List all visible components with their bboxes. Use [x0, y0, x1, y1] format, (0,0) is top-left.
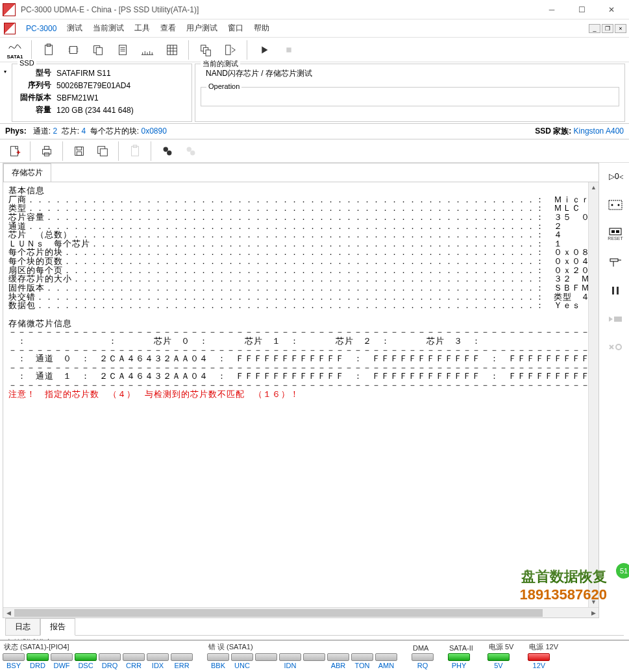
ssd-row-model: 型号SATAFIRM S11 [18, 67, 136, 79]
tab-log[interactable]: 日志 [5, 618, 40, 635]
play-button[interactable] [253, 39, 275, 61]
status-group-error: 错 误 (SATA1) BBKUNCIDNABRTONAMN [207, 642, 397, 669]
svg-rect-32 [43, 149, 51, 154]
output-text[interactable]: 基本信息 厂商．．．．．．．．．．．．．．．．．．．．．．．．．．．．．．．．．… [3, 182, 588, 607]
run-chip-button[interactable] [606, 309, 625, 329]
clipboard-button[interactable] [38, 39, 60, 61]
svg-text:▷0◁: ▷0◁ [609, 172, 623, 181]
status-group-sata1: 状态 (SATA1)-[PIO4] BSYDRDDWFDSCDRQCRRIDXE… [3, 642, 193, 669]
menu-current-test[interactable]: 当前测试 [88, 20, 129, 36]
close-button[interactable]: ✕ [597, 1, 626, 19]
svg-point-42 [164, 147, 168, 151]
svg-rect-48 [609, 200, 622, 210]
svg-point-62 [616, 344, 621, 350]
operation-group: Operation [201, 87, 619, 106]
collapse-icon[interactable]: ▾ [4, 64, 9, 122]
sata1-button[interactable]: SATA1 [4, 39, 26, 61]
ruler-button[interactable] [136, 39, 158, 61]
power-button[interactable]: ▷0◁ [606, 167, 625, 186]
scroll-up-arrow[interactable]: ▲ [589, 182, 598, 193]
operation-legend: Operation [206, 82, 241, 90]
menu-test[interactable]: 测试 [62, 20, 88, 36]
new-doc-button[interactable] [4, 141, 25, 162]
current-test-legend: 当前的测试 [201, 59, 240, 69]
menu-bar: PC-3000 测试 当前测试 工具 查看 用户测试 窗口 帮助 _ ❐ × [0, 19, 629, 38]
led-ERR: ERR [171, 653, 193, 669]
svg-rect-52 [611, 230, 615, 233]
led-12V: 12V [528, 653, 550, 669]
scroll-down-arrow[interactable]: ▼ [589, 597, 598, 607]
secondary-toolbar [0, 139, 629, 163]
led-BBK: BBK [207, 653, 229, 669]
save-as-button[interactable] [92, 141, 113, 162]
mdi-restore[interactable]: ❐ [602, 24, 613, 33]
main-toolbar: SATA1 [0, 38, 629, 62]
info-row: ▾ SSD 型号SATAFIRM S11 序列号50026B7E79E01AD4… [0, 62, 629, 123]
menu-view[interactable]: 查看 [155, 20, 181, 36]
mdi-close[interactable]: × [615, 24, 626, 33]
grid-button[interactable] [161, 39, 183, 61]
svg-rect-57 [612, 287, 614, 294]
led-DRD: DRD [27, 653, 49, 669]
svg-point-49 [611, 204, 613, 206]
ssd-legend: SSD [18, 59, 36, 67]
menu-window[interactable]: 窗口 [223, 20, 249, 36]
svg-rect-2 [70, 46, 77, 53]
svg-rect-21 [167, 45, 177, 54]
find-button[interactable] [157, 141, 178, 162]
save-button[interactable] [69, 141, 90, 162]
phys-label: Phys: [5, 126, 27, 136]
led-PHY: PHY [448, 653, 470, 669]
horizontal-scrollbar[interactable]: ◀ ▶ [3, 607, 598, 618]
svg-rect-31 [11, 146, 18, 156]
chip-icon[interactable] [606, 195, 625, 215]
svg-rect-54 [610, 259, 618, 261]
settings-button[interactable] [606, 338, 625, 357]
menu-help[interactable]: 帮助 [249, 20, 275, 36]
status-group-5v: 电源 5V 5V [487, 642, 514, 669]
find-next-button[interactable] [180, 141, 201, 162]
copy-button[interactable] [87, 39, 109, 61]
svg-point-43 [167, 150, 171, 155]
vertical-scrollbar[interactable]: ▲ ▼ [588, 182, 598, 607]
scroll-right-arrow[interactable]: ▶ [588, 608, 598, 618]
connector-button[interactable] [606, 252, 625, 272]
menu-tools[interactable]: 工具 [129, 20, 155, 36]
mdi-minimize[interactable]: _ [589, 24, 600, 33]
svg-point-45 [187, 147, 191, 151]
stack-button[interactable] [195, 39, 217, 61]
main-area: 存储芯片 基本信息 厂商．．．．．．．．．．．．．．．．．．．．．．．．．．．．… [0, 163, 629, 618]
chip-button[interactable] [62, 39, 84, 61]
maximize-button[interactable]: ☐ [567, 1, 597, 19]
minimize-button[interactable]: ─ [537, 1, 567, 19]
window-title: PC-3000 UDMA-E - China - [PS SSD Utility… [21, 5, 537, 14]
led-DRQ: DRQ [99, 653, 121, 669]
svg-rect-53 [616, 230, 619, 233]
pause-button[interactable] [606, 281, 625, 300]
ssd-row-serial: 序列号50026B7E79E01AD4 [18, 79, 136, 91]
menu-app-icon [4, 23, 16, 34]
svg-point-50 [618, 204, 620, 206]
window-controls: ─ ☐ ✕ [537, 1, 626, 19]
stop-button[interactable] [278, 39, 300, 61]
test-path: NAND闪存芯片 / 存储芯片测试 [201, 67, 619, 83]
exit-button[interactable] [219, 39, 241, 61]
led-DSC: DSC [75, 653, 97, 669]
svg-rect-10 [96, 47, 102, 54]
tab-storage-chip[interactable]: 存储芯片 [3, 163, 51, 182]
current-test-group: 当前的测试 NAND闪存芯片 / 存储芯片测试 Operation [195, 64, 625, 122]
svg-rect-33 [44, 146, 49, 149]
menu-user-test[interactable]: 用户测试 [181, 20, 223, 36]
paste-button[interactable] [125, 141, 145, 162]
title-bar: PC-3000 UDMA-E - China - [PS SSD Utility… [0, 0, 629, 19]
reset-button[interactable]: RESET [606, 224, 625, 243]
document-button[interactable] [112, 39, 134, 61]
tab-report[interactable]: 报告 [40, 618, 75, 636]
led-AMN: AMN [375, 653, 397, 669]
svg-rect-51 [610, 228, 621, 235]
menu-app-label[interactable]: PC-3000 [21, 21, 62, 36]
scroll-left-arrow[interactable]: ◀ [3, 608, 14, 618]
svg-rect-36 [77, 147, 81, 150]
notification-badge[interactable]: 51 [615, 562, 629, 580]
print-button[interactable] [36, 141, 57, 162]
